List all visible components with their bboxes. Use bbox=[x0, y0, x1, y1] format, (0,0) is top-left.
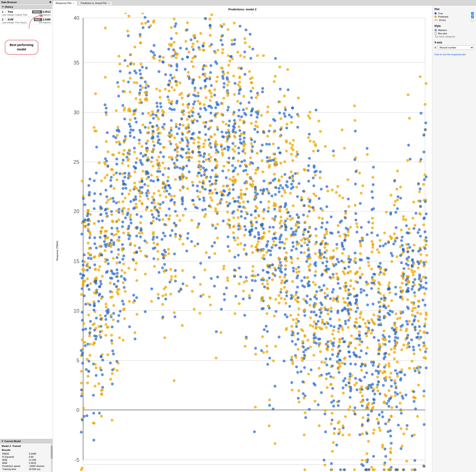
legend-checkbox-predicted[interactable] bbox=[471, 15, 474, 18]
true-point bbox=[181, 137, 184, 140]
true-point bbox=[294, 172, 297, 175]
predicted-point bbox=[424, 331, 426, 334]
radio-markers[interactable] bbox=[434, 29, 437, 32]
predicted-point bbox=[262, 217, 265, 220]
predicted-point bbox=[408, 367, 411, 370]
predicted-point bbox=[169, 293, 172, 296]
predicted-point bbox=[127, 153, 130, 155]
predicted-point bbox=[104, 237, 107, 240]
true-point bbox=[196, 190, 199, 192]
predicted-point bbox=[396, 169, 399, 172]
true-point bbox=[233, 169, 235, 172]
predicted-point bbox=[289, 314, 292, 317]
true-point bbox=[343, 267, 346, 270]
true-point bbox=[411, 265, 414, 268]
predicted-point bbox=[307, 204, 310, 207]
true-point bbox=[173, 149, 176, 151]
true-point bbox=[123, 118, 126, 120]
predicted-point bbox=[411, 360, 413, 363]
predicted-point bbox=[144, 273, 147, 276]
tab-response-plot-close[interactable]: ✕ bbox=[73, 2, 75, 4]
radio-boxplot[interactable] bbox=[434, 32, 437, 35]
xaxis-select[interactable]: Record number Index bbox=[438, 45, 474, 50]
predicted-point bbox=[152, 140, 155, 143]
true-point bbox=[227, 149, 229, 151]
predicted-point bbox=[301, 340, 304, 343]
true-point bbox=[370, 386, 373, 389]
style-markers[interactable]: Markers bbox=[434, 29, 474, 32]
true-point bbox=[424, 247, 426, 250]
predicted-point bbox=[399, 186, 402, 188]
true-point bbox=[389, 309, 391, 312]
predicted-point bbox=[251, 76, 254, 79]
predicted-point bbox=[179, 189, 182, 192]
predicted-point bbox=[198, 137, 201, 140]
true-point bbox=[315, 297, 318, 300]
true-point bbox=[98, 286, 101, 288]
metric-value: 12.595 bbox=[24, 458, 49, 461]
history-expand-icon[interactable] bbox=[2, 6, 4, 8]
tab-predicted-actual[interactable]: Predicted vs. Actual Plot ✕ bbox=[78, 1, 113, 5]
true-point bbox=[227, 131, 230, 134]
predicted-point bbox=[88, 335, 91, 338]
predicted-point bbox=[94, 385, 97, 387]
predicted-point bbox=[249, 184, 252, 186]
predicted-point bbox=[197, 91, 200, 94]
help-link[interactable]: How to use the response plot bbox=[434, 53, 466, 56]
tab-response-plot-label: Response Plot bbox=[56, 2, 71, 4]
predicted-point bbox=[321, 209, 324, 212]
predicted-point bbox=[89, 234, 92, 236]
predicted-point bbox=[394, 200, 397, 203]
true-point bbox=[412, 390, 415, 393]
predicted-point bbox=[309, 140, 311, 143]
predicted-point bbox=[417, 369, 420, 372]
model-1-last-change: Last change: Coarse Tree bbox=[2, 14, 27, 16]
tab-predicted-actual-close[interactable]: ✕ bbox=[108, 2, 110, 4]
predicted-point bbox=[170, 156, 173, 159]
predicted-point bbox=[213, 252, 216, 255]
true-point bbox=[233, 236, 235, 239]
predicted-point bbox=[109, 378, 112, 381]
true-point bbox=[297, 338, 300, 341]
current-model-expand-icon[interactable] bbox=[1, 440, 3, 442]
legend-checkbox-errors[interactable] bbox=[471, 19, 474, 21]
predicted-point bbox=[170, 134, 173, 137]
predicted-point bbox=[257, 214, 260, 217]
true-point bbox=[164, 185, 167, 188]
true-point bbox=[169, 73, 172, 76]
predicted-point bbox=[385, 395, 388, 397]
true-point bbox=[121, 220, 124, 223]
true-point bbox=[261, 307, 264, 310]
predicted-point bbox=[167, 252, 170, 255]
style-boxplot[interactable]: Box plot bbox=[434, 32, 474, 35]
legend-checkbox-true[interactable] bbox=[471, 12, 474, 15]
predicted-point bbox=[383, 232, 386, 235]
model-1-star[interactable]: ☆ bbox=[4, 10, 7, 14]
true-point bbox=[84, 327, 87, 330]
true-point bbox=[204, 85, 207, 88]
predicted-point bbox=[170, 126, 173, 129]
predicted-point bbox=[158, 59, 161, 62]
predicted-point bbox=[413, 224, 416, 227]
true-point bbox=[100, 318, 102, 321]
true-point bbox=[423, 465, 426, 468]
scroll-indicator[interactable] bbox=[51, 443, 52, 472]
predicted-point bbox=[231, 39, 233, 42]
true-point bbox=[400, 325, 403, 328]
predicted-point bbox=[182, 113, 185, 116]
predicted-point bbox=[344, 212, 347, 215]
predicted-point bbox=[127, 164, 130, 167]
predicted-point bbox=[251, 274, 253, 277]
tab-response-plot[interactable]: Response Plot ✕ bbox=[53, 1, 77, 5]
legend-label-errors: Errors bbox=[439, 19, 470, 21]
true-point bbox=[173, 25, 176, 28]
predicted-point bbox=[329, 340, 332, 343]
scroll-thumb[interactable] bbox=[51, 446, 52, 459]
results-table: RMSE3.5489R-Squared0.84MSE12.595MAE2.662… bbox=[2, 452, 49, 471]
model-2-star[interactable]: ☆ bbox=[4, 18, 7, 21]
predicted-point bbox=[111, 220, 114, 223]
predicted-point bbox=[332, 299, 335, 302]
true-point bbox=[152, 236, 155, 239]
true-point bbox=[412, 345, 415, 348]
model-2-label: SVM bbox=[8, 18, 13, 21]
